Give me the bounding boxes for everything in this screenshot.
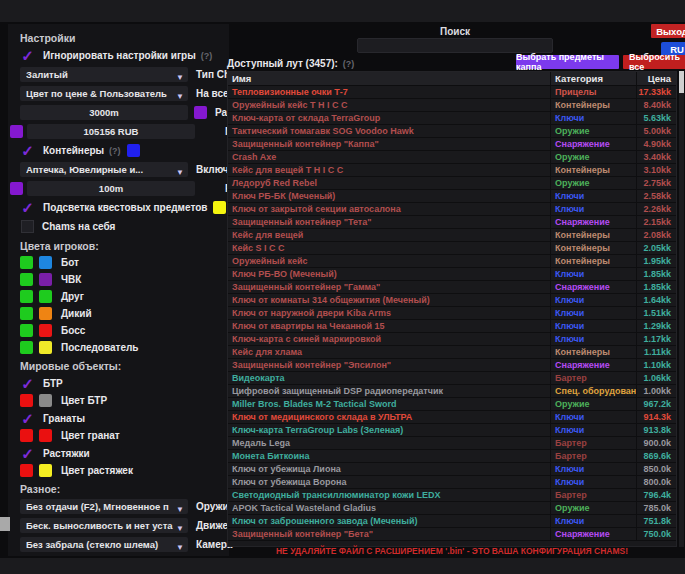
player-color-swatch[interactable] [39,273,52,286]
table-row[interactable]: Монета БиткоинаБартер869.6k [228,450,676,463]
checkbox-checked-icon[interactable] [20,412,35,426]
table-row[interactable]: Ключ от медицинского склада в УЛЬТРАКлюч… [228,411,676,424]
help-icon[interactable]: (?) [343,59,355,69]
table-row[interactable]: Ключ-карта от склада TerraGroupКлючи5.63… [228,112,676,125]
player-visible-swatch[interactable] [20,256,33,269]
item-name: Защищенный контейнер "Бета" [228,528,550,540]
column-header-price[interactable]: Цена [636,72,676,85]
movement-misc-dropdown[interactable]: Беск. выносливость и нет уста [20,518,188,533]
item-price: 5.63kk [636,112,676,124]
item-price: 967.2k [636,398,676,410]
table-row[interactable]: Кейс для вещей T H I C CКонтейнеры3.10kk [228,164,676,177]
player-color-swatch[interactable] [39,324,52,337]
checkbox-checked-icon[interactable] [20,49,35,63]
table-row[interactable]: Светодиодный трансиллюминатор кожи LEDXБ… [228,489,676,502]
player-color-swatch[interactable] [39,341,52,354]
table-row[interactable]: Ключ РБ-БК (Меченый)Ключи2.58kk [228,190,676,203]
color-mode-dropdown[interactable]: Цвет по цене & Пользователь [20,86,188,101]
discard-all-button[interactable]: Выбросить все [623,55,685,69]
table-row[interactable]: Защищенный контейнер "Тета"Снаряжение2.1… [228,216,676,229]
item-name: Ключ РБ-ВО (Меченый) [228,268,550,280]
checkbox-checked-icon[interactable] [20,144,35,158]
item-price: 869.6k [636,450,676,462]
search-input[interactable] [357,38,553,53]
table-row[interactable]: Ключ от квартиры на Чеканной 15Ключи1.29… [228,320,676,333]
help-icon[interactable]: (?) [201,51,213,61]
exit-button[interactable]: Выход [651,24,685,38]
table-row[interactable]: Защищенный контейнер "Каппа"Снаряжение4.… [228,138,676,151]
table-row[interactable]: Ключ от комнаты 314 общежития (Меченый)К… [228,294,676,307]
player-color-swatch[interactable] [39,307,52,320]
table-row[interactable]: Ключ от убежища ЛионаКлючи850.0k [228,463,676,476]
weapon-misc-dropdown[interactable]: Без отдачи (F2), Мгновенное п [20,499,188,514]
world-color-swatch[interactable] [39,464,52,477]
select-kappa-items-button[interactable]: Выбрать предметы каппа [516,55,619,69]
chevron-down-icon [176,517,184,535]
player-visible-swatch[interactable] [20,324,33,337]
table-row[interactable]: Ключ РБ-ВО (Меченый)Ключи1.85kk [228,268,676,281]
container-distance-swatch[interactable] [10,182,23,195]
checkbox-checked-icon[interactable] [20,377,35,391]
table-row[interactable]: Тактический томагавк SOG Voodoo HawkОруж… [228,125,676,138]
table-row[interactable]: Кейс для вещейКонтейнеры2.08kk [228,229,676,242]
player-colors-title: Цвета игроков: [8,238,229,256]
player-color-swatch[interactable] [39,256,52,269]
min-price-color-swatch[interactable] [10,125,23,138]
table-row[interactable]: Ключ от заброшенного завода (Меченый)Клю… [228,515,676,528]
table-row[interactable]: Ключ от наружной двери Kiba ArmsКлючи1.5… [228,307,676,320]
player-color-swatch[interactable] [39,290,52,303]
weapon-misc-value: Без отдачи (F2), Мгновенное п [26,501,176,512]
table-row[interactable]: APOK Tactical Wasteland GladiusОружие785… [228,502,676,515]
distance-input[interactable]: 3000m [20,105,188,120]
scrollbar-thumb[interactable] [679,71,684,93]
table-row[interactable]: Медаль LegaБартер900.0k [228,437,676,450]
column-header-name[interactable]: Имя [228,72,550,85]
table-row[interactable]: Кейс S I C CКонтейнеры2.05kk [228,242,676,255]
quest-items-color-swatch[interactable] [213,201,226,214]
item-price: 2.75kk [636,177,676,189]
table-row[interactable]: Miller Bros. Blades M-2 Tactical SwordОр… [228,398,676,411]
world-color-swatch[interactable] [39,394,52,407]
scrollbar[interactable] [679,71,684,547]
settings-title: Настройки [8,30,229,48]
column-header-category[interactable]: Категория [550,72,636,85]
player-visible-swatch[interactable] [20,341,33,354]
table-row[interactable]: Защищенный контейнер "Гамма"Снаряжение1.… [228,281,676,294]
table-row[interactable]: ВидеокартаБартер1.06kk [228,372,676,385]
player-visible-swatch[interactable] [20,307,33,320]
table-row[interactable]: Ключ от убежища ВоронаКлючи800.0k [228,476,676,489]
table-row[interactable]: Ключ-карта TerraGroup Labs (Зеленая)Ключ… [228,424,676,437]
table-row[interactable]: Ключ-карта с синей маркировкойКлючи1.17k… [228,333,676,346]
player-visible-swatch[interactable] [20,273,33,286]
table-row[interactable]: Crash AxeОружие3.40kk [228,151,676,164]
help-icon[interactable]: (?) [109,146,121,156]
checkbox-checked-icon[interactable] [20,201,35,215]
panel-handle[interactable] [0,517,10,531]
table-row[interactable]: Оружейный кейсКонтейнеры1.95kk [228,255,676,268]
item-category: Ключи [550,190,636,202]
container-distance-input[interactable]: 100m [27,181,195,196]
camera-misc-dropdown[interactable]: Без забрала (стекло шлема) [20,537,188,552]
table-row[interactable]: Защищенный контейнер "Бета"Снаряжение750… [228,528,676,541]
chams-type-dropdown[interactable]: Залитый [20,67,188,82]
world-swatch[interactable] [20,464,33,477]
world-color-swatch[interactable] [39,429,52,442]
containers-color-swatch[interactable] [127,144,140,157]
world-swatch[interactable] [20,429,33,442]
table-row[interactable]: Ледоруб Red RebelОружие2.75kk [228,177,676,190]
item-price: 1.64kk [636,294,676,306]
table-row[interactable]: Ключ от закрытой секции автосалонаКлючи2… [228,203,676,216]
item-category: Контейнеры [550,164,636,176]
checkbox-unchecked-icon[interactable] [21,220,34,233]
distance-color-swatch[interactable] [194,106,207,119]
world-swatch[interactable] [20,394,33,407]
container-types-dropdown[interactable]: Аптечка, Ювелирные и... [20,162,188,177]
table-row[interactable]: Кейс для хламаКонтейнеры1.11kk [228,346,676,359]
table-row[interactable]: Оружейный кейс T H I C CКонтейнеры8.40kk [228,99,676,112]
player-visible-swatch[interactable] [20,290,33,303]
table-row[interactable]: Цифровой защищенный DSP радиопередатчикС… [228,385,676,398]
table-row[interactable]: Защищенный контейнер "Эпсилон"Снаряжение… [228,359,676,372]
table-row[interactable]: Тепловизионные очки Т-7Прицелы17.33kk [228,86,676,99]
checkbox-checked-icon[interactable] [20,447,35,461]
min-price-input[interactable]: 105156 RUB [27,124,195,139]
